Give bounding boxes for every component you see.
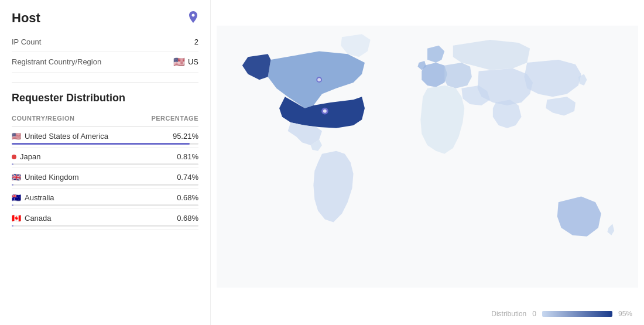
svg-point-2 [317,78,321,81]
registrant-flag: 🇺🇸 [173,56,185,67]
progress-bar-fill-uk [12,184,13,186]
percentage-japan: 0.81% [177,152,198,161]
col-percentage-header: PERCENTAGE [151,115,198,122]
progress-bar-fill-aus [12,204,13,206]
list-item: Japan 0.81% [12,148,198,168]
list-item: 🇺🇸 United States of America 95.21% [12,127,198,148]
dot-japan [12,155,16,159]
host-section: Host IP Count 2 Registrant Country/Regio… [12,11,198,73]
left-panel: Host IP Count 2 Registrant Country/Regio… [0,0,211,325]
table-header: COUNTRY/REGION PERCENTAGE [12,112,198,127]
legend-max: 95% [618,310,632,318]
location-pin-icon [188,11,198,26]
percentage-can: 0.68% [177,214,198,223]
percentage-uk: 0.74% [177,173,198,182]
progress-bar-bg-uk [12,184,198,186]
country-name-usa: 🇺🇸 United States of America [12,132,108,141]
country-name-japan: Japan [12,152,40,161]
host-header: Host [12,11,198,26]
country-name-can: 🇨🇦 Canada [12,214,52,223]
registrant-country: US [188,57,198,66]
progress-bar-bg-usa [12,143,198,145]
map-legend: Distribution 0 95% [491,310,632,318]
ip-count-row: IP Count 2 [12,33,198,52]
ip-count-label: IP Count [12,37,41,46]
requester-section: Requester Distribution COUNTRY/REGION PE… [12,92,198,230]
percentage-aus: 0.68% [177,193,198,202]
svg-point-4 [323,110,327,113]
progress-bar-bg-japan [12,163,198,165]
main-container: Host IP Count 2 Registrant Country/Regio… [0,0,644,325]
map-area: Distribution 0 95% [211,0,644,325]
legend-min: 0 [532,310,536,318]
flag-aus: 🇦🇺 [12,193,21,202]
col-country-header: COUNTRY/REGION [12,115,74,122]
country-name-aus: 🇦🇺 Australia [12,193,54,202]
ip-count-value: 2 [194,37,198,46]
list-item: 🇬🇧 United Kingdom 0.74% [12,168,198,189]
host-title: Host [12,11,40,26]
flag-can: 🇨🇦 [12,214,21,223]
registrant-value: 🇺🇸 US [173,56,198,67]
country-name-uk: 🇬🇧 United Kingdom [12,173,79,182]
registrant-label: Registrant Country/Region [12,57,101,66]
legend-label: Distribution [491,310,526,318]
progress-bar-fill-usa [12,143,190,145]
requester-title: Requester Distribution [12,92,198,104]
percentage-usa: 95.21% [173,132,198,141]
progress-bar-bg-can [12,225,198,227]
list-item: 🇦🇺 Australia 0.68% [12,189,198,209]
legend-gradient [542,311,612,317]
section-divider [12,82,198,83]
progress-bar-fill-can [12,225,13,227]
progress-bar-fill-japan [12,163,13,165]
list-item: 🇨🇦 Canada 0.68% [12,209,198,230]
world-map [217,6,638,307]
registrant-row: Registrant Country/Region 🇺🇸 US [12,52,198,73]
flag-uk: 🇬🇧 [12,173,21,182]
progress-bar-bg-aus [12,204,198,206]
flag-usa: 🇺🇸 [12,132,21,141]
